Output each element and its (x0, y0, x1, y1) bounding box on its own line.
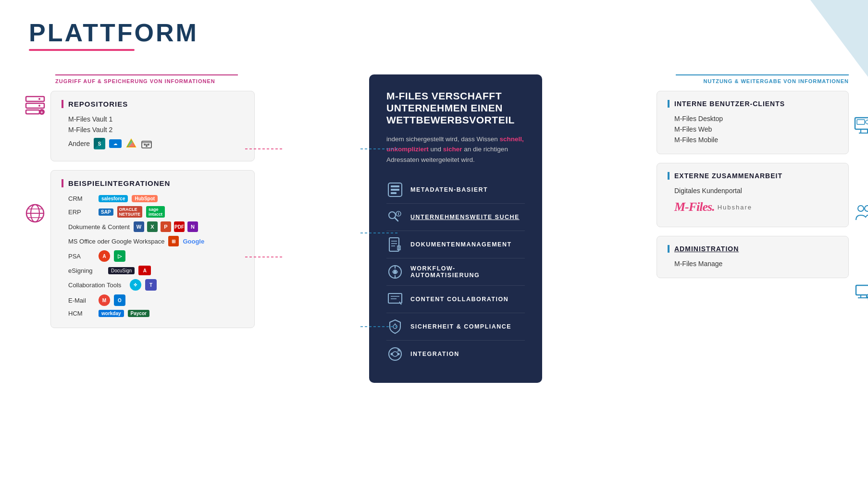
interne-clients-title: INTERNE BENUTZER-CLIENTS (668, 100, 838, 108)
center-subtitle: indem sichergestellt wird, dass Wissen s… (386, 134, 525, 165)
suche-icon (386, 208, 404, 226)
externe-zusammenarbeit-card: EXTERNE ZUSAMMENARBEIT Digitales Kundenp… (657, 163, 849, 227)
feature-dokument: DOKUMENTENMANAGEMENT (386, 231, 525, 258)
corner-decoration (810, 0, 868, 77)
admin-icon (853, 281, 868, 304)
svg-rect-30 (391, 192, 397, 194)
right-cards: INTERNE BENUTZER-CLIENTS M-Files Desktop… (657, 91, 849, 278)
dokument-icon (386, 236, 404, 253)
dokument-label: DOKUMENTENMANAGEMENT (410, 241, 512, 248)
feature-collaboration: CONTENT COLLABORATION (386, 286, 525, 313)
feature-workflow: WORKFLOW-AUTOMATISIERUNG (386, 258, 525, 286)
title-underline (29, 49, 135, 51)
externe-title: EXTERNE ZUSAMMENARBEIT (668, 172, 838, 180)
ppt-icon: P (161, 221, 171, 232)
svg-point-49 (391, 353, 393, 355)
right-cards-with-icons: INTERNE BENUTZER-CLIENTS M-Files Desktop… (657, 91, 849, 278)
svg-point-57 (858, 206, 864, 211)
center-column: M-FILES VERSCHAFFT UNTERNEHMEN EINEN WET… (255, 74, 657, 383)
svg-rect-29 (391, 189, 399, 191)
collab-label: Collaboration Tools (68, 281, 126, 289)
msoffice-label: MS Office oder Google Workspace (68, 238, 164, 245)
repositories-card: REPOSITORIES M-Files Vault 1 M-Files Vau… (50, 91, 255, 161)
suche-label: UNTERNEHMENSWEITE SUCHE (410, 214, 520, 220)
erp-row: ERP SAP ORACLENETSUITE sageintacct (62, 204, 244, 220)
collaboration-icon (386, 291, 404, 308)
integration-label: INTEGRATION (410, 351, 459, 357)
metadaten-icon (386, 181, 404, 198)
crm-label: CRM (68, 195, 95, 202)
center-card: M-FILES VERSCHAFFT UNTERNEHMEN EINEN WET… (369, 74, 542, 383)
svg-line-32 (395, 218, 398, 221)
integrations-title: BEISPIELINTEGRATIONEN (62, 179, 244, 187)
svg-point-56 (866, 120, 868, 124)
google-text: Google (183, 238, 204, 245)
svg-text:+: + (40, 110, 43, 115)
mfiles-mobile: M-Files Mobile (668, 134, 838, 145)
right-icons (853, 91, 868, 304)
feature-integration: INTEGRATION (386, 341, 525, 367)
sap-badge: SAP (99, 208, 113, 216)
sicherheit-icon (386, 318, 404, 335)
docs-row: Dokumente & Content W X P PDF N (62, 220, 244, 234)
psa-row: PSA A ▷ (62, 248, 244, 264)
repositories-title: REPOSITORIES (62, 100, 244, 108)
kundenportal: Digitales Kundenportal (668, 185, 838, 196)
oracle-badge: ORACLENETSUITE (117, 206, 143, 218)
right-section-label: NUTZUNG & WEITERGABE VON INFORMATIONEN (676, 74, 849, 84)
administration-card: ADMINISTRATION M-Files Manage (657, 236, 849, 278)
svg-point-5 (38, 98, 40, 100)
collab-row: Collaboration Tools ✤ T (62, 277, 244, 293)
erp-label: ERP (68, 208, 95, 216)
left-column: ZUGRIFF AUF & SPEICHERUNG VON INFORMATIO… (19, 74, 255, 328)
svg-point-21 (146, 145, 148, 147)
network-folder-icon (141, 138, 152, 149)
metadaten-label: METADATEN-BASIERT (410, 186, 488, 193)
pdf-icon: PDF (174, 221, 185, 232)
hubspot-badge: HubSpot (132, 195, 158, 202)
globe-icon (24, 202, 46, 224)
repo-item-2: M-Files Vault 2 (62, 124, 244, 135)
docusign-badge: DocuSign (108, 267, 135, 274)
workflow-icon (386, 263, 404, 281)
svg-rect-55 (857, 120, 865, 124)
webex-icon: ✤ (130, 279, 141, 291)
ms365-icon: ⊞ (168, 236, 179, 246)
repositories-icon: + (24, 94, 46, 116)
workday-badge: workday (99, 310, 124, 317)
administration-title: ADMINISTRATION (668, 245, 838, 253)
collaboration-label: CONTENT COLLABORATION (410, 296, 508, 303)
feature-sicherheit: SICHERHEIT & COMPLIANCE (386, 313, 525, 341)
mfiles-manage: M-Files Manage (668, 258, 838, 269)
svg-point-40 (394, 270, 397, 273)
outlook-icon: O (114, 294, 125, 306)
svg-rect-28 (391, 185, 399, 187)
left-cards: REPOSITORIES M-Files Vault 1 M-Files Vau… (50, 91, 255, 328)
monitor-icon (853, 115, 868, 137)
docs-label: Dokumente & Content (68, 223, 131, 231)
sicherheit-label: SICHERHEIT & COMPLIANCE (410, 323, 511, 330)
svg-rect-59 (856, 285, 868, 295)
psa-label: PSA (68, 253, 95, 260)
connectwise-icon: ▷ (114, 250, 125, 262)
email-row: E-Mail M O (62, 293, 244, 308)
teams-icon: T (145, 279, 157, 291)
sage-badge: sageintacct (146, 206, 165, 218)
esigning-row: eSigning DocuSign A (62, 264, 244, 277)
crm-row: CRM salesforce HubSpot (62, 193, 244, 204)
hcm-row: HCM workday Paycor (62, 308, 244, 319)
onedrive-icon: ☁ (109, 139, 122, 148)
feature-metadaten: METADATEN-BASIERT (386, 176, 525, 204)
salesforce-badge: salesforce (99, 195, 128, 202)
mfiles-web: M-Files Web (668, 124, 838, 134)
svg-point-50 (397, 353, 400, 355)
repo-other-row: Andere S ☁ (62, 135, 244, 152)
autotask-icon: A (99, 250, 110, 262)
svg-rect-2 (26, 110, 39, 114)
interne-clients-card: INTERNE BENUTZER-CLIENTS M-Files Desktop… (657, 91, 849, 154)
mfiles-hubshare-logo: M-Files. Hubshare (668, 196, 838, 218)
esigning-label: eSigning (68, 267, 104, 274)
gmail-icon: M (99, 294, 110, 306)
left-icons: + (24, 94, 46, 224)
msoffice-row: MS Office oder Google Workspace ⊞ Google (62, 234, 244, 248)
